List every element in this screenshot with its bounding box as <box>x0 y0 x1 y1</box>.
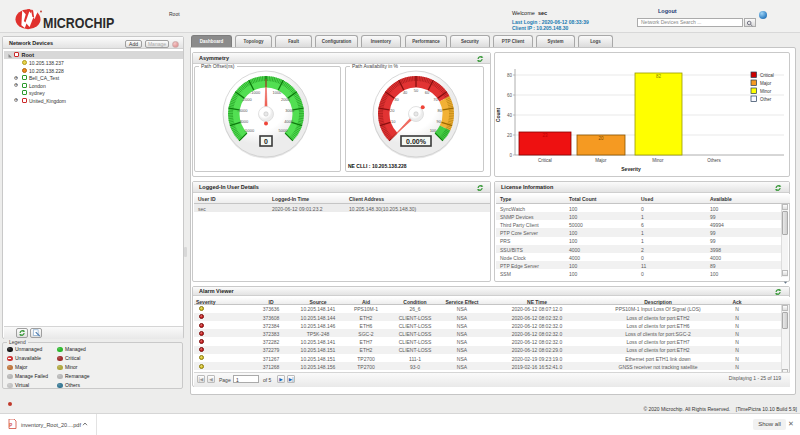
svg-text:-5000: -5000 <box>244 128 255 133</box>
svg-text:4000: 4000 <box>284 119 294 124</box>
svg-text:1000: 1000 <box>272 90 282 95</box>
svg-text:40: 40 <box>507 113 513 118</box>
svg-text:70: 70 <box>433 97 438 102</box>
svg-text:40: 40 <box>403 90 408 95</box>
svg-text:Major: Major <box>595 158 607 163</box>
svg-text:20: 20 <box>390 108 395 113</box>
svg-text:3000: 3000 <box>285 108 295 113</box>
svg-text:50: 50 <box>414 88 419 93</box>
svg-text:0.00%: 0.00% <box>406 138 427 145</box>
svg-text:P: P <box>9 423 12 428</box>
svg-text:-1000: -1000 <box>250 90 261 95</box>
svg-text:MICROCHIP: MICROCHIP <box>43 15 114 30</box>
svg-text:Minor: Minor <box>760 89 772 94</box>
svg-text:20: 20 <box>507 133 513 138</box>
svg-text:80: 80 <box>437 108 442 113</box>
svg-text:20: 20 <box>598 136 604 141</box>
svg-text:82: 82 <box>656 74 662 79</box>
svg-text:Critical: Critical <box>760 73 774 78</box>
svg-text:60: 60 <box>507 93 513 98</box>
svg-text:0: 0 <box>509 153 512 158</box>
svg-text:80: 80 <box>507 73 513 78</box>
svg-text:Major: Major <box>760 81 772 86</box>
svg-text:60: 60 <box>425 90 430 95</box>
svg-text:Severity: Severity <box>621 166 641 172</box>
svg-text:Others: Others <box>707 158 721 163</box>
svg-text:100: 100 <box>430 128 437 133</box>
svg-text:30: 30 <box>394 97 399 102</box>
svg-text:2000: 2000 <box>281 97 291 102</box>
svg-text:Other: Other <box>760 97 772 102</box>
svg-text:Critical: Critical <box>538 158 552 163</box>
svg-text:10: 10 <box>391 119 396 124</box>
svg-text:Minor: Minor <box>652 158 664 163</box>
svg-text:Count: Count <box>495 107 501 122</box>
svg-text:23: 23 <box>542 133 548 138</box>
svg-text:-3000: -3000 <box>237 108 248 113</box>
svg-text:90: 90 <box>437 119 442 124</box>
svg-text:-2000: -2000 <box>241 97 252 102</box>
svg-text:5000: 5000 <box>279 128 289 133</box>
svg-text:-4000: -4000 <box>238 119 249 124</box>
svg-text:0: 0 <box>264 138 268 145</box>
